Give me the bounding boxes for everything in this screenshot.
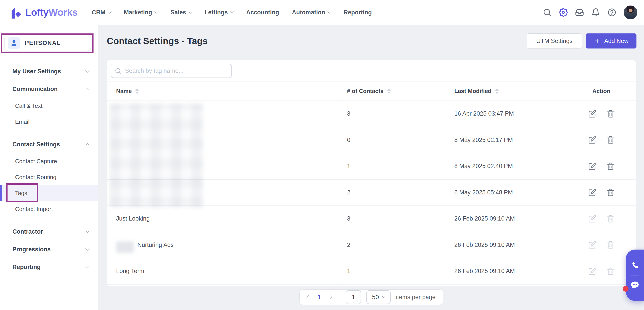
sidebar-item-contact-capture[interactable]: Contact Capture: [0, 153, 98, 169]
delete-icon: [606, 215, 614, 223]
page-number-input[interactable]: [346, 290, 361, 304]
sidebar-item-progressions[interactable]: Progressions: [0, 241, 98, 258]
loftyworks-logo[interactable]: LoftyWorks: [10, 6, 78, 19]
page-size-select[interactable]: 50: [366, 290, 391, 304]
chat-icon[interactable]: [630, 280, 640, 290]
delete-icon[interactable]: [606, 136, 614, 144]
last-modified-cell: 16 Apr 2025 03:47 PM: [445, 101, 567, 127]
sidebar-item-label: Call & Text: [15, 102, 42, 109]
sidebar-item-tags[interactable]: Tags: [0, 185, 98, 201]
tag-name-cell-redacted: [107, 180, 336, 206]
user-avatar[interactable]: [624, 5, 637, 19]
help-icon[interactable]: [608, 8, 616, 17]
account-scope-personal[interactable]: PERSONAL: [4, 35, 91, 51]
menu-accounting[interactable]: Accounting: [246, 9, 279, 16]
delete-icon[interactable]: [606, 162, 614, 170]
chevron-down-icon: [154, 10, 158, 13]
menu-lettings[interactable]: Lettings: [204, 9, 233, 16]
tag-name: Just Looking: [116, 215, 150, 222]
column-label: Action: [592, 88, 610, 95]
pagination-bar: 1 50 items per page: [107, 290, 636, 305]
delete-icon: [606, 241, 614, 249]
edit-icon[interactable]: [588, 188, 596, 196]
account-scope-label: PERSONAL: [25, 40, 61, 46]
table-row: 2 6 May 2025 05:48 PM: [107, 180, 636, 206]
sidebar-item-label: Contact Import: [15, 206, 53, 213]
actions-cell: [567, 127, 636, 153]
logo-mark-icon: [10, 6, 22, 19]
sidebar-item-contact-import[interactable]: Contact Import: [0, 201, 98, 217]
column-header[interactable]: Last Modified: [454, 88, 498, 95]
menu-automation[interactable]: Automation: [292, 9, 331, 16]
chevron-icon: [85, 143, 89, 147]
current-page-number[interactable]: 1: [318, 294, 321, 301]
page-header: Contact Settings - Tags UTM Settings Add…: [107, 33, 636, 49]
menu-label: Reporting: [344, 9, 372, 16]
sidebar-group-label: Contractor: [12, 228, 43, 235]
next-page-icon[interactable]: [328, 295, 332, 299]
edit-icon[interactable]: [588, 136, 596, 144]
last-modified-cell: 8 May 2025 02:40 PM: [445, 153, 567, 179]
column-header[interactable]: # of Contacts: [347, 88, 391, 95]
actions-cell: [567, 153, 636, 179]
delete-icon[interactable]: [606, 188, 614, 196]
previous-page-icon[interactable]: [306, 295, 311, 299]
items-per-page-label: items per page: [396, 294, 436, 301]
utm-settings-button[interactable]: UTM Settings: [527, 33, 582, 48]
search-icon[interactable]: [543, 8, 552, 17]
person-icon: [8, 37, 20, 49]
sidebar-item-label: Contact Routing: [15, 174, 56, 181]
tag-name-cell: Just Looking: [107, 206, 336, 232]
edit-icon[interactable]: [588, 162, 596, 170]
edit-icon: [588, 241, 596, 249]
column-label: # of Contacts: [347, 88, 384, 95]
settings-gear-icon[interactable]: [559, 8, 568, 17]
contacts-count-cell: 1: [336, 258, 445, 284]
menu-sales[interactable]: Sales: [170, 9, 192, 16]
contacts-count-cell: 2: [336, 180, 445, 206]
pagination-pill: 1 50 items per page: [300, 290, 444, 305]
add-new-label: Add New: [604, 38, 628, 44]
contacts-count-cell: 3: [336, 206, 445, 232]
sort-arrows-icon: [495, 88, 498, 94]
last-modified-cell: 6 May 2025 05:48 PM: [445, 180, 567, 206]
edit-icon[interactable]: [588, 110, 596, 118]
header-cell-last-modified: Last Modified: [445, 81, 567, 100]
table-row: 1 8 May 2025 02:40 PM: [107, 153, 636, 180]
last-modified-cell: 8 May 2025 02:17 PM: [445, 127, 567, 153]
menu-reporting[interactable]: Reporting: [344, 9, 372, 16]
delete-icon[interactable]: [606, 110, 614, 118]
inbox-icon[interactable]: [575, 8, 584, 17]
notifications-bell-icon[interactable]: [591, 8, 600, 17]
chevron-down-icon: [328, 10, 331, 13]
actions-cell: [567, 101, 636, 127]
sidebar-item-contractor[interactable]: Contractor: [0, 223, 98, 241]
header-cell-name: Name: [107, 81, 336, 100]
sidebar-item-email[interactable]: Email: [0, 114, 98, 130]
search-icon: [115, 67, 122, 74]
tag-name: Nurturing Ads: [138, 242, 174, 249]
sidebar-item-my-user-settings[interactable]: My User Settings: [0, 62, 98, 80]
top-icons: [543, 5, 637, 19]
tag-name-cell-redacted: [107, 127, 336, 153]
menu-crm[interactable]: CRM: [92, 9, 111, 16]
actions-cell: [567, 232, 636, 258]
tag-search-input[interactable]: [125, 67, 222, 74]
top-navigation-bar: LoftyWorks CRM Marketing Sales Lettings …: [0, 0, 644, 25]
tag-name-cell: Nurturing Ads: [107, 232, 336, 258]
sidebar-item-reporting[interactable]: Reporting: [0, 258, 98, 276]
sidebar-item-call-text[interactable]: Call & Text: [0, 98, 98, 114]
tag-name-cell-redacted: [107, 101, 336, 127]
sort-arrows-icon: [387, 88, 391, 94]
add-new-button[interactable]: Add New: [586, 33, 636, 48]
sidebar-item-contact-routing[interactable]: Contact Routing: [0, 169, 98, 185]
sidebar-item-communication[interactable]: Communication: [0, 80, 98, 98]
menu-marketing[interactable]: Marketing: [124, 9, 158, 16]
sidebar-items: My User Settings Communication Call & Te…: [0, 62, 98, 276]
tag-search-box: [111, 64, 232, 78]
column-header[interactable]: Name: [116, 88, 139, 95]
settings-sidebar: PERSONAL My User Settings Communication …: [0, 25, 98, 310]
column-label: Last Modified: [454, 88, 492, 95]
sidebar-item-contact-settings[interactable]: Contact Settings: [0, 135, 98, 153]
phone-icon[interactable]: [630, 260, 640, 271]
